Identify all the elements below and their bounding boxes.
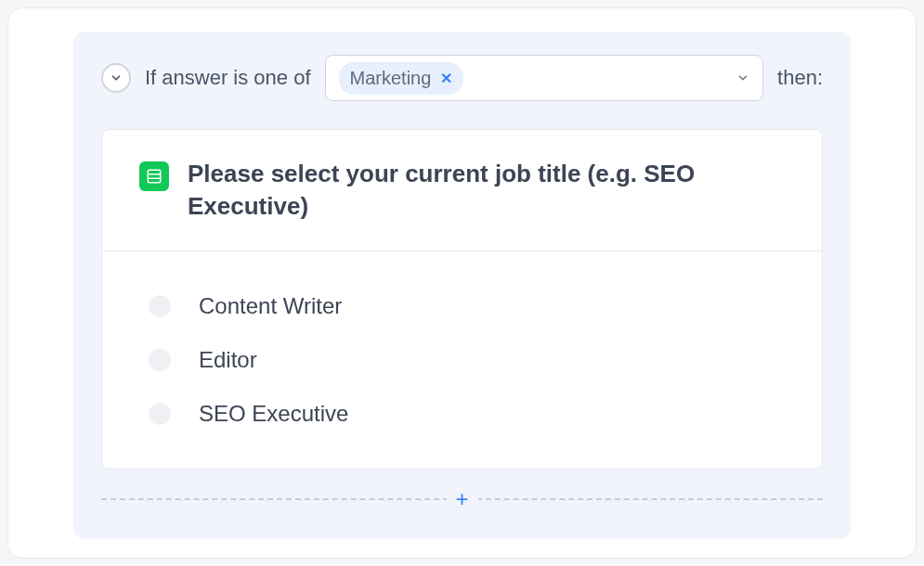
option-label: Editor xyxy=(199,347,257,373)
condition-suffix-text: then: xyxy=(777,66,823,90)
expand-toggle-button[interactable] xyxy=(101,63,131,93)
question-header: Please select your current job title (e.… xyxy=(102,130,822,251)
condition-tag-input[interactable]: Marketing ✕ xyxy=(325,55,764,101)
option-item[interactable]: Content Writer xyxy=(149,279,785,333)
add-rule-row: + xyxy=(101,486,823,512)
condition-prefix-text: If answer is one of xyxy=(145,66,311,90)
option-label: SEO Executive xyxy=(199,401,348,427)
outer-card: If answer is one of Marketing ✕ then: Pl… xyxy=(7,7,917,559)
option-item[interactable]: SEO Executive xyxy=(149,387,785,441)
question-card: Please select your current job title (e.… xyxy=(101,129,823,470)
question-title[interactable]: Please select your current job title (e.… xyxy=(188,158,785,223)
divider-line xyxy=(476,498,824,500)
divider-line xyxy=(101,498,449,500)
logic-rule-panel: If answer is one of Marketing ✕ then: Pl… xyxy=(73,32,851,539)
chevron-down-icon xyxy=(736,71,749,84)
svg-rect-0 xyxy=(148,170,161,183)
radio-icon xyxy=(149,403,171,425)
condition-tag-label: Marketing xyxy=(350,68,432,89)
condition-row: If answer is one of Marketing ✕ then: xyxy=(101,55,823,101)
options-list: Content Writer Editor SEO Executive xyxy=(102,251,822,469)
dropdown-question-type-icon xyxy=(139,161,169,191)
option-item[interactable]: Editor xyxy=(149,333,785,387)
dropdown-toggle[interactable] xyxy=(736,71,749,84)
add-rule-button[interactable]: + xyxy=(447,486,478,512)
chevron-down-icon xyxy=(110,71,123,84)
radio-icon xyxy=(149,295,171,317)
option-label: Content Writer xyxy=(199,293,342,319)
radio-icon xyxy=(149,349,171,371)
remove-tag-icon[interactable]: ✕ xyxy=(440,70,452,87)
condition-tag: Marketing ✕ xyxy=(339,62,464,95)
